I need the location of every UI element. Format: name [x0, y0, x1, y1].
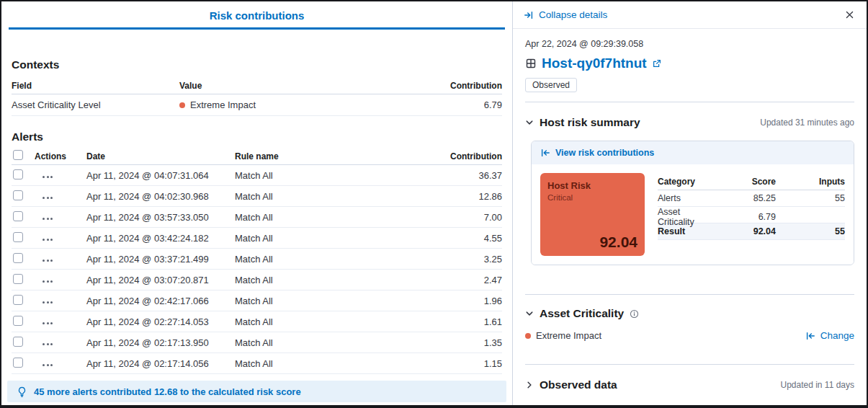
- actions-cell: [35, 190, 86, 202]
- more-actions-icon[interactable]: [41, 298, 54, 306]
- contexts-heading: Contexts: [12, 58, 502, 71]
- column-rule-name: Rule name: [235, 151, 423, 161]
- checkbox-cell: [12, 190, 35, 203]
- more-actions-icon[interactable]: [41, 236, 54, 244]
- risk-card-title: Host Risk: [547, 180, 637, 191]
- select-all-checkbox[interactable]: [13, 150, 23, 160]
- checkbox-cell: [12, 253, 35, 265]
- checkbox-cell: [12, 337, 35, 349]
- close-icon: [845, 10, 854, 19]
- actions-cell: [35, 274, 86, 285]
- alert-date: Apr 11, 2024 @ 03:57:33.050: [86, 212, 235, 223]
- checkbox-cell: [12, 169, 35, 182]
- score-cell: 92.04: [718, 226, 776, 236]
- open-in-new-icon[interactable]: [652, 58, 662, 68]
- more-actions-icon[interactable]: [41, 319, 54, 327]
- context-value-label: Extreme Impact: [190, 99, 256, 110]
- more-actions-icon[interactable]: [41, 215, 54, 223]
- more-actions-icon[interactable]: [41, 278, 54, 285]
- checkbox-cell: [12, 316, 35, 328]
- chevron-right-icon[interactable]: [525, 381, 534, 389]
- asset-criticality-value-row: Extreme Impact Change: [525, 330, 854, 341]
- divider: [525, 294, 854, 295]
- chevron-down-icon[interactable]: [525, 309, 534, 318]
- checkbox-cell: [12, 232, 35, 244]
- select-all-cell: [12, 150, 35, 162]
- asset-criticality-header: Asset Criticality: [525, 307, 854, 320]
- risk-summary-updated: Updated 31 minutes ago: [760, 117, 854, 128]
- actions-cell: [35, 232, 86, 244]
- contexts-table: Field Value Contribution Asset Criticali…: [12, 77, 502, 116]
- alert-rule-name: Match All: [235, 170, 423, 181]
- collapse-details-button[interactable]: Collapse details: [524, 9, 607, 20]
- alert-rule-name: Match All: [235, 233, 423, 244]
- close-flyout-button[interactable]: [844, 9, 856, 21]
- row-checkbox[interactable]: [13, 358, 23, 368]
- arrow-end-icon: [524, 10, 534, 20]
- column-contribution: Contribution: [423, 151, 502, 161]
- alert-contribution: 7.00: [423, 212, 502, 223]
- severity-dot-icon: [525, 333, 531, 339]
- alerts-table-header: Actions Date Rule name Contribution: [12, 148, 502, 165]
- alert-row: Apr 11, 2024 @ 02:42:17.066 Match All 1.…: [12, 291, 502, 311]
- checkbox-cell: [12, 211, 35, 223]
- more-actions-icon[interactable]: [41, 361, 54, 369]
- row-checkbox[interactable]: [13, 253, 23, 263]
- severity-dot-icon: [179, 102, 185, 108]
- host-risk-summary-title: Host risk summary: [540, 116, 640, 129]
- alert-rule-name: Match All: [235, 254, 423, 265]
- row-checkbox[interactable]: [13, 232, 23, 242]
- column-field: Field: [12, 81, 179, 91]
- score-cell: 6.79: [718, 212, 776, 222]
- more-actions-icon[interactable]: [41, 173, 54, 181]
- observed-data-title: Observed data: [540, 378, 617, 391]
- alert-contribution: 4.55: [423, 233, 502, 244]
- flyout-body: Apr 22, 2024 @ 09:29:39.058 Host-qy0f7ht…: [513, 29, 867, 405]
- alert-rule-name: Match All: [235, 337, 423, 348]
- inputs-cell: 55: [776, 193, 845, 203]
- row-checkbox[interactable]: [13, 169, 23, 179]
- risk-card-score: 92.04: [599, 234, 637, 251]
- alerts-heading: Alerts: [12, 130, 502, 143]
- divider: [525, 102, 854, 102]
- more-actions-icon[interactable]: [41, 194, 54, 202]
- risk-table-result-row: Result 92.04 55: [658, 223, 845, 240]
- row-checkbox[interactable]: [13, 274, 23, 284]
- info-icon[interactable]: [630, 309, 639, 319]
- alert-row: Apr 11, 2024 @ 04:02:30.968 Match All 12…: [12, 186, 502, 207]
- row-checkbox[interactable]: [13, 190, 23, 200]
- asset-criticality-value: Extreme Impact: [536, 330, 601, 341]
- arrow-start-icon: [805, 331, 815, 341]
- alert-row: Apr 11, 2024 @ 03:57:33.050 Match All 7.…: [12, 207, 502, 228]
- column-value: Value: [179, 81, 423, 91]
- row-checkbox[interactable]: [13, 211, 23, 221]
- risk-contributions-panel: Risk contributions Contexts Field Value …: [1, 1, 512, 405]
- alert-date: Apr 11, 2024 @ 03:42:24.182: [86, 233, 235, 244]
- column-actions: Actions: [35, 151, 86, 161]
- alert-date: Apr 11, 2024 @ 02:42:17.066: [86, 296, 235, 306]
- actions-cell: [35, 295, 86, 306]
- context-value: Extreme Impact: [179, 99, 423, 110]
- context-contribution: 6.79: [423, 99, 502, 110]
- alert-rule-name: Match All: [235, 296, 423, 306]
- checkbox-cell: [12, 358, 35, 370]
- column-score: Score: [718, 177, 776, 187]
- contexts-table-header: Field Value Contribution: [12, 77, 502, 94]
- actions-cell: [35, 211, 86, 223]
- column-contribution: Contribution: [423, 81, 502, 91]
- chevron-down-icon[interactable]: [525, 118, 534, 127]
- row-checkbox[interactable]: [13, 337, 23, 347]
- more-actions-icon[interactable]: [41, 340, 54, 348]
- alert-row: Apr 11, 2024 @ 02:17:14.056 Match All 1.…: [12, 353, 502, 374]
- row-checkbox[interactable]: [13, 316, 23, 326]
- alert-row: Apr 11, 2024 @ 03:37:21.499 Match All 3.…: [12, 249, 502, 270]
- view-risk-contributions-button[interactable]: View risk contributions: [532, 141, 854, 164]
- alert-date: Apr 11, 2024 @ 02:17:14.056: [86, 358, 235, 369]
- row-checkbox[interactable]: [13, 295, 23, 305]
- host-name-link[interactable]: Host-qy0f7htnut: [542, 56, 647, 71]
- alert-contribution: 3.25: [423, 254, 502, 265]
- change-criticality-button[interactable]: Change: [805, 330, 854, 341]
- actions-cell: [35, 337, 86, 348]
- arrow-start-icon: [540, 148, 550, 158]
- more-actions-icon[interactable]: [41, 257, 54, 265]
